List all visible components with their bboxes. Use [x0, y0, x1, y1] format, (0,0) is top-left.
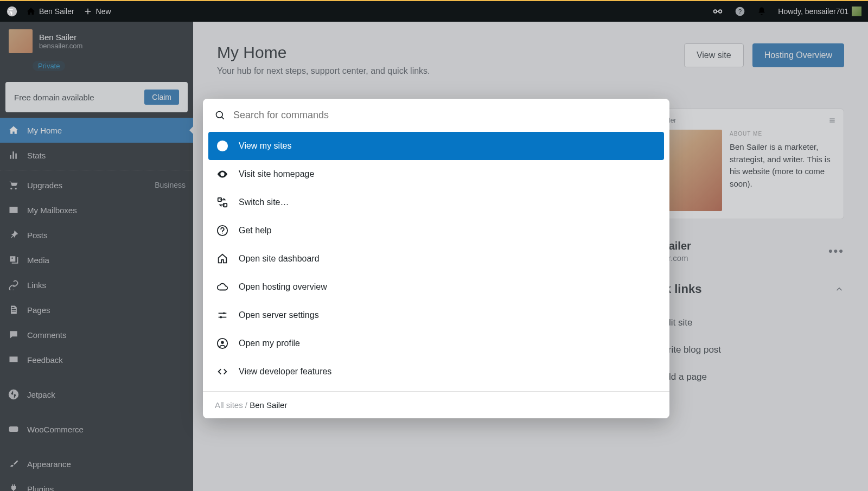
sidebar-item-label: WooCommerce — [27, 425, 84, 434]
switch-icon — [216, 196, 229, 209]
code-icon — [216, 365, 229, 378]
more-icon[interactable]: ••• — [828, 244, 844, 258]
sidebar-item-right: Business — [155, 181, 186, 189]
sidebar-item-label: Stats — [27, 151, 46, 160]
home-icon — [8, 124, 20, 136]
sidebar-item-plugins[interactable]: Plugins — [0, 476, 193, 491]
jetpack-icon — [8, 388, 20, 400]
account-menu[interactable]: Howdy, bensailer701 — [778, 7, 861, 16]
sidebar-item-label: Upgrades — [27, 181, 62, 190]
reader-icon[interactable] — [712, 5, 724, 17]
site-domain: bensailer.com — [39, 42, 82, 50]
sidebar-item-stats[interactable]: Stats — [0, 143, 193, 168]
profile-icon — [216, 337, 229, 350]
sidebar-item-pages[interactable]: Pages — [0, 297, 193, 322]
command-label: Open site dashboard — [239, 254, 320, 264]
help-icon[interactable] — [735, 6, 745, 17]
command-open-server-settings[interactable]: Open server settings — [208, 301, 664, 329]
sidebar-item-label: Feedback — [27, 355, 63, 365]
sidebar-item-label: Posts — [27, 231, 48, 240]
banner-text: Free domain available — [14, 93, 94, 102]
mail-icon — [8, 204, 20, 216]
search-icon — [215, 110, 226, 121]
comment-icon — [8, 329, 20, 341]
avatar — [852, 7, 861, 16]
sidebar-item-label: Links — [27, 280, 46, 290]
brush-icon — [8, 458, 20, 470]
site-avatar — [9, 29, 33, 53]
site-header[interactable]: Ben Sailer bensailer.com — [0, 22, 193, 61]
sidebar-item-my-home[interactable]: My Home — [0, 118, 193, 143]
sidebar-item-label: Plugins — [27, 484, 54, 492]
footer-site: Ben Sailer — [250, 400, 287, 410]
sidebar-item-upgrades[interactable]: UpgradesBusiness — [0, 173, 193, 197]
sidebar-item-label: Pages — [27, 305, 50, 315]
sliders-icon — [216, 309, 229, 322]
palette-footer: All sites / Ben Sailer — [203, 391, 669, 418]
sidebar-item-comments[interactable]: Comments — [0, 322, 193, 347]
sidebar-item-label: My Home — [27, 126, 62, 135]
about-label: ABOUT ME — [730, 130, 836, 138]
notifications-icon[interactable] — [756, 6, 767, 17]
cart-icon — [8, 179, 20, 191]
footer-prefix: All sites / — [215, 400, 250, 410]
topbar-site-name: Ben Sailer — [39, 7, 74, 16]
link-icon — [8, 279, 20, 291]
command-open-site-dashboard[interactable]: Open site dashboard — [208, 245, 664, 273]
admin-topbar: Ben Sailer New Howdy, bensailer701 — [0, 0, 868, 22]
sidebar-item-media[interactable]: Media — [0, 247, 193, 272]
domain-banner: Free domain available Claim — [5, 82, 188, 112]
command-get-help[interactable]: Get help — [208, 216, 664, 245]
hosting-overview-button[interactable]: Hosting Overview — [752, 43, 844, 67]
command-view-developer-features[interactable]: View developer features — [208, 358, 664, 386]
privacy-badge: Private — [33, 61, 65, 71]
cloud-icon — [216, 280, 229, 294]
command-label: Open server settings — [239, 310, 319, 320]
sidebar-item-my-mailboxes[interactable]: My Mailboxes — [0, 197, 193, 222]
site-name: Ben Sailer — [39, 33, 82, 42]
stats-icon — [8, 149, 20, 161]
sidebar-item-label: My Mailboxes — [27, 206, 77, 215]
sidebar-item-appearance[interactable]: Appearance — [0, 451, 193, 476]
pin-icon — [8, 229, 20, 241]
command-label: Open hosting overview — [239, 282, 327, 292]
new-label: New — [96, 7, 111, 16]
command-open-hosting-overview[interactable]: Open hosting overview — [208, 273, 664, 301]
command-label: Get help — [239, 226, 271, 235]
new-content[interactable]: New — [83, 7, 111, 16]
eye-icon — [216, 168, 229, 181]
sidebar-item-posts[interactable]: Posts — [0, 222, 193, 247]
command-palette: View my sitesVisit site homepageSwitch s… — [203, 99, 669, 418]
wp-logo[interactable] — [7, 6, 17, 17]
command-list: View my sitesVisit site homepageSwitch s… — [203, 132, 669, 391]
page-title: My Home — [217, 43, 684, 62]
command-search-input[interactable] — [233, 110, 658, 121]
site-link[interactable]: Ben Sailer — [26, 7, 74, 16]
sidebar-item-label: Appearance — [27, 460, 71, 469]
command-label: Open my profile — [239, 339, 300, 348]
dash-icon — [216, 252, 229, 265]
view-site-button[interactable]: View site — [684, 43, 744, 67]
sidebar-item-jetpack[interactable]: Jetpack — [0, 382, 193, 407]
command-label: Visit site homepage — [239, 169, 314, 179]
command-open-my-profile[interactable]: Open my profile — [208, 329, 664, 358]
claim-button[interactable]: Claim — [144, 90, 179, 105]
sidebar-item-label: Jetpack — [27, 390, 55, 399]
command-switch-site-[interactable]: Switch site… — [208, 188, 664, 216]
wp-icon — [216, 139, 229, 152]
pages-icon — [8, 304, 20, 316]
menu-icon[interactable] — [828, 117, 836, 124]
command-visit-site-homepage[interactable]: Visit site homepage — [208, 160, 664, 188]
command-label: View my sites — [239, 141, 292, 151]
page-subtitle: Your hub for next steps, support center,… — [217, 66, 684, 76]
sidebar-item-feedback[interactable]: Feedback — [0, 347, 193, 372]
woo-icon — [8, 423, 20, 435]
command-view-my-sites[interactable]: View my sites — [208, 132, 664, 160]
admin-sidebar: Ben Sailer bensailer.com Private Free do… — [0, 22, 193, 491]
sidebar-item-woocommerce[interactable]: WooCommerce — [0, 417, 193, 442]
chevron-up-icon[interactable] — [834, 284, 844, 294]
media-icon — [8, 254, 20, 266]
nav-list: My HomeStatsUpgradesBusinessMy Mailboxes… — [0, 118, 193, 491]
command-label: View developer features — [239, 367, 331, 377]
sidebar-item-links[interactable]: Links — [0, 272, 193, 297]
